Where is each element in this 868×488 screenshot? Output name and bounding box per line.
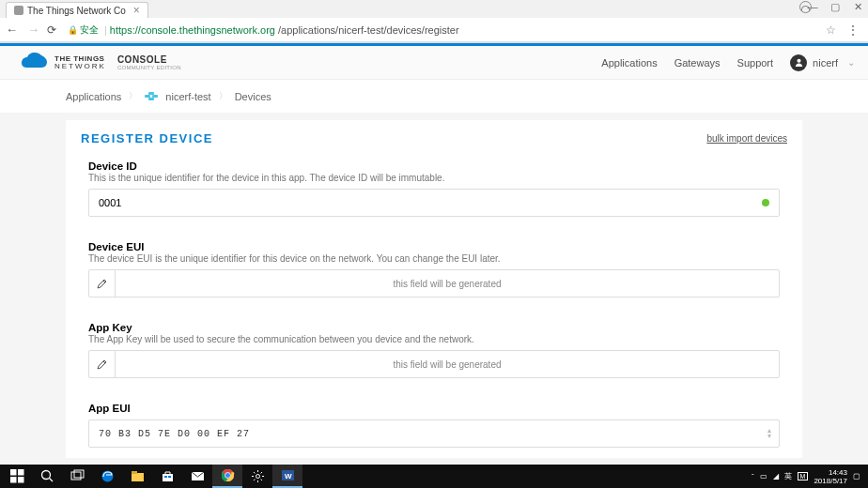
breadcrumb-devices[interactable]: Devices	[235, 91, 271, 102]
browser-tab[interactable]: The Things Network Co ×	[6, 2, 148, 18]
svg-rect-14	[132, 473, 144, 481]
svg-rect-17	[164, 476, 167, 478]
start-button[interactable]	[2, 465, 32, 488]
breadcrumb: Applications 〉 nicerf-test 〉 Devices	[0, 80, 868, 113]
chevron-right-icon: 〉	[129, 90, 137, 102]
device-eui-placeholder: this field will be generated	[116, 279, 779, 289]
breadcrumb-applications[interactable]: Applications	[66, 91, 121, 102]
tray-up-icon[interactable]: ˆ	[752, 472, 754, 480]
bookmark-icon[interactable]: ☆	[826, 23, 836, 37]
app-icon	[145, 92, 158, 100]
reload-button[interactable]: ⟳	[47, 23, 56, 37]
wifi-icon[interactable]: ◢	[773, 472, 779, 480]
svg-point-23	[225, 473, 230, 479]
page-card: REGISTER DEVICE bulk import devices Devi…	[66, 120, 802, 458]
brand-line2: NETWORK	[54, 63, 106, 70]
svg-rect-4	[148, 98, 154, 100]
minimize-button[interactable]: —	[806, 1, 819, 13]
svg-text:W: W	[285, 472, 292, 480]
mail-icon[interactable]	[182, 465, 212, 488]
secure-badge: 安全	[68, 23, 99, 37]
avatar-icon	[790, 54, 807, 71]
battery-icon[interactable]: ▭	[760, 472, 767, 480]
breadcrumb-app-name[interactable]: nicerf-test	[165, 91, 210, 102]
svg-rect-12	[74, 470, 84, 478]
valid-indicator-icon	[762, 199, 769, 206]
svg-rect-15	[132, 471, 137, 474]
svg-point-9	[41, 471, 50, 480]
keyboard-icon[interactable]: M	[798, 472, 809, 480]
device-eui-help: The device EUI is the unique identifier …	[88, 253, 780, 264]
bulk-import-link[interactable]: bulk import devices	[706, 133, 787, 144]
svg-line-10	[49, 479, 53, 482]
app-eui-label: App EUI	[88, 403, 780, 414]
svg-rect-6	[18, 469, 24, 476]
file-explorer-icon[interactable]	[122, 465, 152, 488]
url-host: https://console.thethingsnetwork.org	[110, 24, 275, 36]
app-key-label: App Key	[88, 322, 780, 333]
site-header: THE THINGS NETWORK CONSOLE COMMUNITY EDI…	[0, 46, 868, 80]
svg-rect-7	[10, 477, 17, 483]
address-bar[interactable]: 安全 | https://console.thethingsnetwork.or…	[64, 23, 818, 37]
edit-device-eui-button[interactable]	[89, 270, 116, 297]
clock[interactable]: 14:43 2018/5/17	[814, 468, 847, 485]
nav-applications[interactable]: Applications	[601, 57, 657, 69]
user-menu[interactable]: nicerf ⌄	[790, 54, 855, 71]
device-id-label: Device ID	[88, 160, 780, 172]
page-title: REGISTER DEVICE	[81, 131, 213, 145]
svg-rect-16	[163, 474, 173, 481]
svg-rect-2	[152, 95, 158, 98]
cloud-icon	[13, 53, 49, 72]
svg-rect-18	[168, 476, 171, 478]
svg-point-0	[797, 59, 800, 63]
chevron-right-icon: 〉	[219, 90, 227, 102]
tab-favicon	[14, 6, 23, 15]
svg-point-24	[256, 475, 259, 479]
ime-indicator[interactable]: 英	[784, 471, 792, 481]
edit-app-key-button[interactable]	[89, 351, 116, 377]
nav-support[interactable]: Support	[737, 57, 774, 69]
edge-icon[interactable]	[92, 465, 122, 488]
nav-gateways[interactable]: Gateways	[674, 57, 721, 69]
device-eui-label: Device EUI	[88, 241, 780, 252]
device-id-help: This is the unique identifier for the de…	[88, 173, 780, 183]
chevron-down-icon: ⌄	[847, 57, 855, 68]
forward-button[interactable]: →	[27, 23, 39, 37]
notifications-icon[interactable]: ▢	[853, 472, 860, 480]
close-window-button[interactable]: ✕	[851, 1, 864, 13]
task-view-icon[interactable]	[62, 465, 92, 488]
username: nicerf	[813, 57, 838, 69]
tab-title: The Things Network Co	[27, 6, 126, 16]
browser-menu-icon[interactable]: ⋮	[844, 23, 862, 37]
svg-rect-1	[145, 95, 150, 98]
windows-taskbar: W ˆ ▭ ◢ 英 M 14:43 2018/5/17 ▢	[0, 465, 868, 488]
app-eui-value: 70 B3 D5 7E D0 00 EF 27	[99, 429, 250, 439]
svg-rect-5	[10, 469, 17, 476]
console-label: CONSOLE	[117, 55, 181, 65]
word-icon[interactable]: W	[272, 465, 302, 488]
tab-close-icon[interactable]: ×	[133, 4, 140, 17]
svg-rect-11	[71, 472, 81, 480]
back-button[interactable]: ←	[6, 23, 18, 37]
maximize-button[interactable]: ▢	[829, 1, 842, 13]
stepper-icon[interactable]: ▴▾	[767, 428, 771, 439]
svg-rect-3	[148, 92, 154, 95]
app-eui-select[interactable]: 70 B3 D5 7E D0 00 EF 27 ▴▾	[88, 419, 780, 448]
settings-icon[interactable]	[242, 465, 272, 488]
app-key-placeholder: this field will be generated	[116, 359, 779, 370]
chrome-icon[interactable]	[212, 465, 242, 488]
device-id-input[interactable]	[89, 190, 779, 216]
url-path: /applications/nicerf-test/devices/regist…	[278, 24, 459, 36]
brand-logo[interactable]: THE THINGS NETWORK CONSOLE COMMUNITY EDI…	[13, 53, 181, 72]
svg-rect-8	[18, 477, 24, 483]
app-key-help: The App Key will be used to secure the c…	[88, 334, 780, 344]
cortana-search-icon[interactable]	[32, 465, 62, 488]
store-icon[interactable]	[152, 465, 182, 488]
console-sub: COMMUNITY EDITION	[117, 65, 181, 70]
